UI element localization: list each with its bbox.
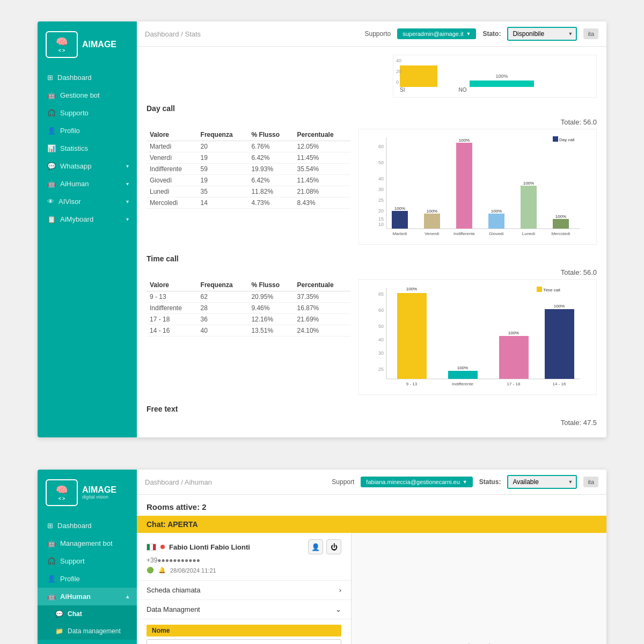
italy-flag-icon (147, 544, 156, 551)
aihuman-icon-2: 🤖 (47, 592, 56, 601)
day-call-row: Valore Frequenza % Flusso Percentuale Ma… (147, 129, 597, 245)
svg-text:30: 30 (378, 187, 384, 192)
status-select-wrap-2: Available (507, 475, 577, 489)
svg-rect-16 (456, 143, 472, 229)
data-managment-row[interactable]: Data Managment ⌄ (137, 600, 351, 619)
brain-icon: 🧠 (56, 36, 68, 48)
col-flusso: % Flusso (248, 279, 294, 291)
bot-icon-2: 🤖 (47, 539, 56, 547)
si-no-chart: 100% SI NO 40200 (393, 55, 597, 98)
nav-label: AiMyboard (60, 215, 93, 223)
sidebar-item-gestione-bot[interactable]: 🤖 Gestione bot (38, 86, 137, 104)
sidebar-item-aihuman[interactable]: 🤖 AiHuman ▾ (38, 175, 137, 193)
sidebar-item-whatsapp[interactable]: 💬 Whatsapp ▾ (38, 157, 137, 175)
sidebar-item-aimyboard[interactable]: 📋 AiMyboard ▾ (38, 210, 137, 228)
chat-section-header: Chat: APERTA (137, 516, 606, 533)
svg-text:14 - 16: 14 - 16 (553, 382, 566, 386)
chevron-down-icon-2: ⌄ (335, 605, 341, 613)
contact-card: Fabio Lionti Fabio Lionti 👤 ⏻ (137, 533, 351, 581)
svg-rect-50 (537, 287, 542, 292)
dropdown-arrow-icon: ▼ (466, 31, 471, 36)
profile-icon-2: 👤 (47, 575, 56, 583)
email-text: superadmin@aimage.it (402, 31, 463, 37)
nav-label: AiHuman (60, 180, 89, 188)
breadcrumb: Dashboard / Stats (145, 30, 201, 38)
breadcrumb-page-2: Aihuman (185, 478, 212, 486)
chat-right-panel: Nessuna chat selezionata (352, 533, 606, 644)
sidebar-item-chat[interactable]: 💬 Chat (38, 605, 137, 623)
chat-panel: Fabio Lionti Fabio Lionti 👤 ⏻ (137, 533, 606, 644)
table-row: Mercoledì144.73%8.43% (147, 197, 350, 209)
svg-text:100%: 100% (523, 181, 534, 186)
svg-text:Giovedì: Giovedì (489, 231, 504, 236)
svg-text:Mercoledì: Mercoledì (551, 231, 570, 236)
svg-text:100%: 100% (554, 304, 565, 309)
nav-label: Dashboard (57, 522, 92, 530)
svg-text:10: 10 (378, 222, 384, 227)
lang-badge-2: ita (583, 477, 598, 487)
svg-rect-19 (488, 214, 504, 229)
email-selector-2[interactable]: fabiana.mineccia@gestionecarni.eu ▼ (361, 477, 472, 487)
sidebar-item-dashboard[interactable]: ⊞ Dashboard (38, 69, 137, 86)
profile-action-btn[interactable]: 👤 (308, 539, 323, 554)
profile-icon: 👤 (47, 127, 56, 135)
sidebar-item-supporto[interactable]: 🎧 Supporto (38, 104, 137, 122)
day-call-totale: Totale: 56.0 (147, 118, 597, 126)
sidebar-item-profile-2[interactable]: 👤 Profile (38, 570, 137, 588)
breadcrumb-2: Dashboard / Aihuman (145, 478, 212, 486)
day-call-svg: 60 50 40 30 25 20 15 10 100% (362, 132, 594, 239)
nav-label: Statistics (60, 144, 88, 152)
logo-icon-box-2: 🧠 < > (46, 479, 78, 506)
table-row: 14 - 164013.51%24.10% (147, 325, 350, 336)
chevron-down-icon: ▾ (126, 163, 129, 169)
sidebar-item-statistics[interactable]: 📊 Statistics (38, 140, 137, 157)
free-text-title: Free text (147, 405, 597, 413)
contact-form: Nome Cognome Telefono Email (137, 619, 351, 644)
lang-badge: ita (583, 28, 598, 39)
aivisor-icon: 👁 (47, 197, 54, 206)
sidebar-item-dashboard-2[interactable]: ⊞ Dashboard (38, 517, 137, 535)
power-action-btn[interactable]: ⏻ (326, 539, 341, 554)
contact-datetime: 28/08/2024 11:21 (170, 567, 216, 574)
table-row: Indifferente289.46%16.87% (147, 303, 350, 314)
aihuman-content: Rooms attive: 2 Chat: APERTA Fabio Liont… (137, 495, 606, 644)
support-icon-2: 🎧 (47, 557, 56, 565)
svg-text:17 - 18: 17 - 18 (507, 382, 521, 386)
sidebar-item-aivisor[interactable]: 👁 AIVisor ▾ (38, 193, 137, 210)
nome-input[interactable] (147, 639, 341, 644)
top-header: Dashboard / Stats Supporto superadmin@ai… (137, 21, 606, 47)
time-call-chart: 65 60 50 40 30 25 100% 9 - 13 (358, 279, 597, 395)
dashboard-icon-2: ⊞ (47, 522, 53, 530)
breadcrumb-home-2: Dashboard (145, 478, 179, 486)
col-flusso: % Flusso (248, 129, 294, 141)
nav-menu: ⊞ Dashboard 🤖 Gestione bot 🎧 Supporto 👤 … (38, 64, 137, 232)
day-call-table: Valore Frequenza % Flusso Percentuale Ma… (147, 129, 350, 209)
table-row: Lunedì3511.82%21.08% (147, 186, 350, 197)
svg-text:Venerdì: Venerdì (425, 231, 440, 236)
sidebar-item-data-mgmt[interactable]: 📁 Data management (38, 623, 137, 640)
nav-label: AiHuman (60, 592, 91, 601)
sidebar-item-support-2[interactable]: 🎧 Support (38, 552, 137, 570)
no-chat-icon (458, 632, 501, 645)
time-call-table: Valore Frequenza % Flusso Percentuale 9 … (147, 279, 350, 336)
status-dropdown-2[interactable]: Available (507, 475, 577, 489)
online-status-dot (160, 545, 165, 549)
sidebar-item-profilo[interactable]: 👤 Profilo (38, 122, 137, 140)
nome-label: Nome (147, 625, 341, 636)
sidebar-item-aihuman-2[interactable]: 🤖 AiHuman ▴ (38, 588, 137, 605)
panel-aihuman: 🧠 < > AIMAGE digital vision ⊞ Dashboard (38, 470, 606, 644)
time-call-table-wrap: Valore Frequenza % Flusso Percentuale 9 … (147, 279, 350, 395)
table-row: Indifferente5919.93%35.54% (147, 164, 350, 175)
svg-text:9 - 13: 9 - 13 (406, 382, 418, 386)
scheda-chiamata-row[interactable]: Scheda chiamata › (137, 581, 351, 600)
email-selector[interactable]: superadmin@aimage.it ▼ (397, 28, 476, 39)
svg-text:100%: 100% (555, 214, 566, 219)
svg-text:Indifferente: Indifferente (452, 382, 473, 386)
breadcrumb-page: Stats (185, 30, 201, 38)
dashboard-icon: ⊞ (47, 74, 53, 82)
sidebar-item-mgmt-bot[interactable]: 🤖 Management bot (38, 535, 137, 552)
time-call-svg: 65 60 50 40 30 25 100% 9 - 13 (362, 282, 594, 390)
status-dropdown[interactable]: Disponibile (507, 27, 577, 41)
svg-rect-44 (499, 336, 529, 379)
chevron-right-icon: › (339, 586, 341, 594)
